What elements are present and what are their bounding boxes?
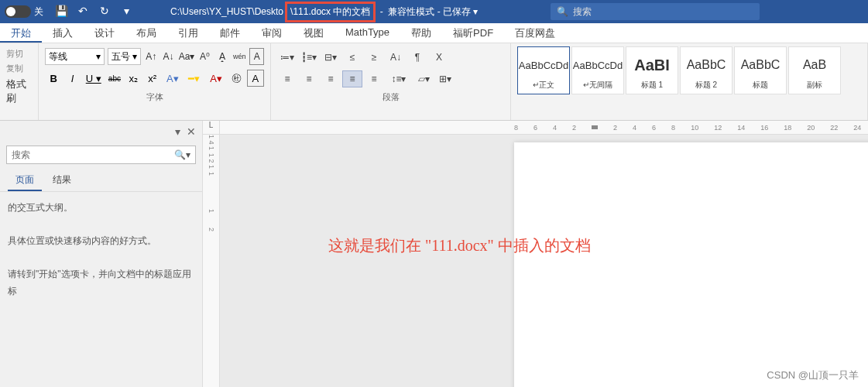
decrease-indent-button[interactable]: ≤ [342,49,362,66]
tab-review[interactable]: 审阅 [251,23,293,43]
autosave-toggle[interactable]: 关 [0,5,48,19]
font-color-button[interactable]: A▾ [206,70,226,87]
document-canvas[interactable]: ⌐ 这就是我们在 "111.docx" 中插入的文档 [220,135,868,387]
grow-font-button[interactable]: A↑ [144,48,158,65]
tab-layout[interactable]: 布局 [125,23,167,43]
nav-search-box[interactable]: 🔍▾ [6,146,196,164]
show-marks-button[interactable]: ¶ [407,49,427,66]
title-suffix: 兼容性模式 - 已保存 ▾ [388,5,478,19]
vertical-ruler[interactable]: L 1 4 1 1 2 1 1 1 2 [203,121,220,387]
style-heading2[interactable]: AaBbC 标题 2 [680,46,732,94]
search-icon: 🔍 [557,6,568,17]
window-title: C:\Users\YX_HUST\Deskto \111.docx 中的文档 -… [139,2,551,22]
body-area: ▾ ✕ 🔍▾ 页面 结果 的交互式大纲。 具体位置或快速移动内容的好方式。 请转… [0,121,868,387]
title-sep: - [377,6,388,17]
nav-dropdown-icon[interactable]: ▾ [175,125,180,138]
shrink-font-button[interactable]: A↓ [161,48,175,65]
ruler-corner: L [203,121,219,135]
nav-close-icon[interactable]: ✕ [187,125,196,138]
text-effects-button[interactable]: A▾ [163,70,183,87]
tab-insert[interactable]: 插入 [42,23,84,43]
circled-char-button[interactable]: ㊓ [228,70,245,87]
cut-button[interactable]: 剪切 [6,46,32,61]
strike-button[interactable]: abc [106,70,123,87]
tab-design[interactable]: 设计 [84,23,125,43]
tab-home[interactable]: 开始 [0,23,42,43]
align-left-button[interactable]: ≡ [277,70,297,87]
shading-button[interactable]: ▱▾ [413,70,434,87]
underline-button[interactable]: U ▾ [83,70,105,87]
align-right-button[interactable]: ≡ [321,70,341,87]
autosave-label: 关 [34,5,43,19]
char-border-button[interactable]: A [249,48,264,65]
tab-mathtype[interactable]: MathType [335,23,400,43]
clear-format-button[interactable]: A̝ [215,48,229,65]
title-highlighted: \111.docx 中的文档 [285,2,376,22]
style-normal[interactable]: AaBbCcDd ↵正文 [517,46,570,94]
phonetic-button[interactable]: A⁰ [197,48,211,65]
search-box[interactable]: 🔍 搜索 [551,3,760,20]
qat-dropdown-icon[interactable]: ▾ [119,5,133,19]
line-spacing-button[interactable]: ↕≡▾ [386,70,412,87]
font-size-combo[interactable]: 五号▾ [108,48,141,65]
tab-help[interactable]: 帮助 [400,23,442,43]
nav-body-text: 的交互式大纲。 具体位置或快速移动内容的好方式。 请转到"开始"选项卡，并向文档… [0,192,202,308]
phonetic-guide-button[interactable]: wén [232,48,246,65]
align-center-button[interactable]: ≡ [299,70,319,87]
distribute-button[interactable]: ≡ [364,70,384,87]
save-icon[interactable]: 💾 [54,5,68,19]
font-group: 等线▾ 五号▾ A↑ A↓ Aa▾ A⁰ A̝ wén A B I U ▾ ab… [39,43,271,120]
clipboard-group: 剪切 复制 格式刷 [0,43,39,120]
annotation-text: 这就是我们在 "111.docx" 中插入的文档 [328,235,591,256]
increase-indent-button[interactable]: ≥ [364,49,384,66]
undo-icon[interactable]: ↶ [76,5,90,19]
copy-button[interactable]: 复制 [6,61,32,76]
page[interactable]: ⌐ [514,142,868,387]
navigation-pane: ▾ ✕ 🔍▾ 页面 结果 的交互式大纲。 具体位置或快速移动内容的好方式。 请转… [0,121,203,387]
title-path: C:\Users\YX_HUST\Deskto [170,6,283,17]
search-placeholder: 搜索 [573,5,592,19]
numbering-button[interactable]: ┇≡▾ [299,49,319,66]
style-subtitle[interactable]: AaB 副标 [788,46,841,94]
change-case-button[interactable]: Aa▾ [179,48,195,65]
titlebar: 关 💾 ↶ ↻ ▾ C:\Users\YX_HUST\Deskto \111.d… [0,0,868,23]
nav-search-icon[interactable]: 🔍▾ [170,149,195,160]
quick-access-toolbar: 💾 ↶ ↻ ▾ [48,5,139,19]
multilevel-button[interactable]: ⊟▾ [321,49,341,66]
nav-search-input[interactable] [7,149,170,160]
tab-mailings[interactable]: 邮件 [209,23,251,43]
styles-group: AaBbCcDd ↵正文 AaBbCcDd ↵无间隔 AaBI 标题 1 AaB… [511,43,868,120]
subscript-button[interactable]: x₂ [125,70,142,87]
nav-tab-pages[interactable]: 页面 [8,170,42,191]
style-heading1[interactable]: AaBI 标题 1 [626,46,678,94]
toggle-icon [5,5,31,18]
style-title[interactable]: AaBbC 标题 [734,46,787,94]
tab-view[interactable]: 视图 [293,23,335,43]
bullets-button[interactable]: ≔▾ [277,49,297,66]
borders-button[interactable]: ⊞▾ [435,70,455,87]
tab-foxit[interactable]: 福昕PDF [442,23,504,43]
tab-baidu[interactable]: 百度网盘 [504,23,566,43]
ribbon: 剪切 复制 格式刷 等线▾ 五号▾ A↑ A↓ Aa▾ A⁰ A̝ wén A … [0,43,868,121]
bold-button[interactable]: B [45,70,62,87]
nav-tab-results[interactable]: 结果 [45,170,79,191]
watermark: CSDN @山顶一只羊 [767,368,859,382]
redo-icon[interactable]: ↻ [98,5,112,19]
horizontal-ruler[interactable]: 8 6 4 2 2 4 6 8 10 12 14 16 18 20 22 24 [220,121,868,135]
italic-button[interactable]: I [63,70,81,87]
font-name-combo[interactable]: 等线▾ [45,48,105,65]
superscript-button[interactable]: x² [143,70,160,87]
char-shading-button[interactable]: A [247,70,265,87]
tab-references[interactable]: 引用 [167,23,209,43]
sort-button[interactable]: A↓ [386,49,406,66]
indent-marker-icon[interactable] [592,125,598,129]
style-nospace[interactable]: AaBbCcDd ↵无间隔 [571,46,624,94]
asian-layout-button[interactable]: X [429,49,449,66]
highlight-button[interactable]: ━▾ [184,70,204,87]
paragraph-group: ≔▾ ┇≡▾ ⊟▾ ≤ ≥ A↓ ¶ X ≡ ≡ ≡ ≡ ≡ ↕≡▾ ▱▾ ⊞▾… [271,43,511,120]
ribbon-tabs: 开始 插入 设计 布局 引用 邮件 审阅 视图 MathType 帮助 福昕PD… [0,23,868,43]
document-area: 8 6 4 2 2 4 6 8 10 12 14 16 18 20 22 24 … [220,121,868,387]
paragraph-group-label: 段落 [277,90,504,103]
align-justify-button[interactable]: ≡ [342,70,362,87]
format-painter-button[interactable]: 格式刷 [6,76,32,107]
